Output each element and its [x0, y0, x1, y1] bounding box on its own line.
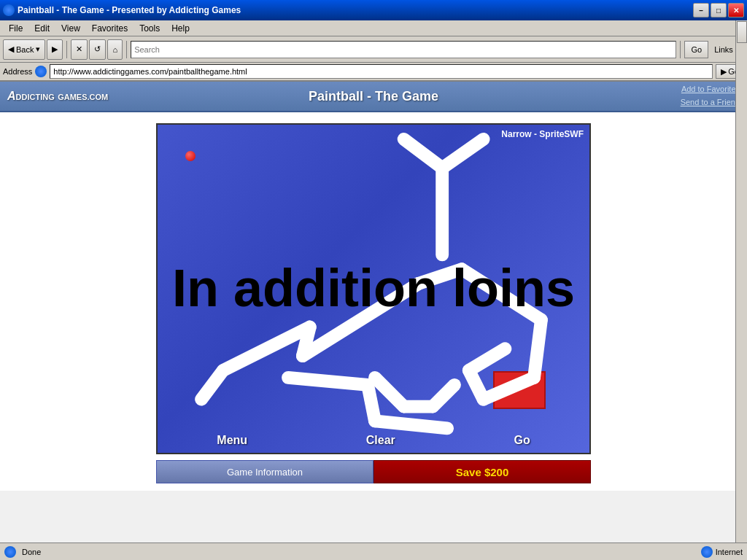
go-button[interactable]: Go — [684, 41, 708, 58]
home-icon: ⌂ — [112, 45, 117, 54]
svg-line-4 — [201, 370, 223, 400]
game-buttons: Menu Clear Go — [158, 434, 589, 447]
go-game-button[interactable]: Go — [514, 434, 530, 447]
add-favorites-link[interactable]: Add to Favorites — [557, 83, 740, 96]
page-icon — [35, 66, 47, 77]
browser-icon — [3, 4, 15, 16]
site-logo: ADDICTING GAMES.COM — [7, 90, 190, 103]
save-button[interactable]: Save $200 — [374, 460, 591, 483]
svg-line-10 — [469, 349, 506, 370]
svg-line-3 — [223, 327, 310, 370]
close-button[interactable]: ✕ — [728, 3, 744, 18]
clear-button[interactable]: Clear — [366, 434, 395, 447]
zone-icon — [701, 546, 713, 558]
menu-bar: File Edit View Favorites Tools Help — [0, 20, 747, 36]
stop-button[interactable]: ✕ — [71, 39, 88, 60]
stop-icon: ✕ — [76, 44, 82, 54]
menu-view[interactable]: View — [55, 22, 86, 35]
send-friend-link[interactable]: Send to a Friend — [557, 96, 740, 109]
refresh-button[interactable]: ↺ — [89, 39, 106, 60]
back-button[interactable]: ◀ Back ▾ — [3, 39, 45, 60]
status-icon — [4, 546, 16, 558]
svg-line-13 — [433, 385, 454, 407]
game-info-button[interactable]: Game Information — [156, 460, 374, 483]
address-label: Address — [3, 67, 32, 76]
minimize-button[interactable]: – — [693, 3, 709, 18]
svg-line-7 — [534, 320, 541, 378]
game-container: Narrow - SpriteSWF — [0, 112, 747, 491]
svg-line-1 — [404, 139, 443, 168]
status-text: Done — [22, 548, 41, 556]
svg-line-15 — [288, 378, 368, 385]
status-zone: Internet — [701, 546, 743, 558]
home-button[interactable]: ⌂ — [107, 39, 123, 60]
svg-line-16 — [368, 385, 375, 421]
browser-content: ADDICTING GAMES.COM Paintball - The Game… — [0, 82, 747, 542]
window-controls: – □ ✕ — [693, 3, 744, 18]
maze-svg — [158, 125, 589, 453]
search-input[interactable] — [131, 41, 676, 58]
dropdown-icon: ▾ — [36, 44, 40, 54]
menu-help[interactable]: Help — [166, 22, 196, 35]
back-label: Back — [16, 45, 34, 54]
maximize-button[interactable]: □ — [711, 3, 727, 18]
info-bar: Game Information Save $200 — [156, 460, 591, 483]
forward-icon: ▶ — [52, 44, 58, 54]
refresh-icon: ↺ — [94, 44, 101, 54]
toolbar-separator-3 — [680, 41, 681, 58]
back-icon: ◀ — [8, 44, 14, 54]
logo-games: GAMES.COM — [58, 93, 108, 101]
address-bar: Address ▶ Go — [0, 63, 747, 82]
menu-edit[interactable]: Edit — [28, 22, 55, 35]
scrollbar-thumb[interactable] — [737, 21, 747, 43]
svg-line-18 — [303, 327, 310, 357]
svg-line-2 — [442, 139, 483, 168]
menu-tools[interactable]: Tools — [133, 22, 166, 35]
toolbar-separator-1 — [66, 41, 67, 58]
svg-line-14 — [375, 421, 447, 428]
menu-file[interactable]: File — [3, 22, 28, 35]
game-title: Paintball - The Game — [190, 89, 557, 104]
status-bar: Done Internet — [0, 542, 747, 560]
svg-line-17 — [418, 269, 461, 284]
title-bar: Paintball - The Game - Presented by Addi… — [0, 0, 747, 20]
toolbar-separator-2 — [126, 41, 127, 58]
svg-line-5 — [303, 284, 419, 356]
toolbar: ◀ Back ▾ ▶ ✕ ↺ ⌂ Go Links » — [0, 36, 747, 63]
game-canvas[interactable]: Narrow - SpriteSWF — [156, 123, 591, 454]
scrollbar[interactable] — [735, 20, 747, 542]
menu-button[interactable]: Menu — [217, 434, 247, 447]
address-input[interactable] — [50, 64, 713, 79]
window-title: Paintball - The Game - Presented by Addi… — [18, 5, 693, 15]
zone-text: Internet — [716, 548, 743, 556]
site-links: Add to Favorites Send to a Friend — [557, 83, 740, 109]
svg-line-8 — [484, 378, 534, 400]
forward-button[interactable]: ▶ — [47, 39, 63, 60]
site-header: ADDICTING GAMES.COM Paintball - The Game… — [0, 82, 747, 112]
menu-favorites[interactable]: Favorites — [86, 22, 133, 35]
logo-text: ADDICTING — [7, 90, 55, 102]
svg-line-6 — [462, 269, 541, 319]
go-arrow-icon: ▶ — [721, 67, 727, 77]
